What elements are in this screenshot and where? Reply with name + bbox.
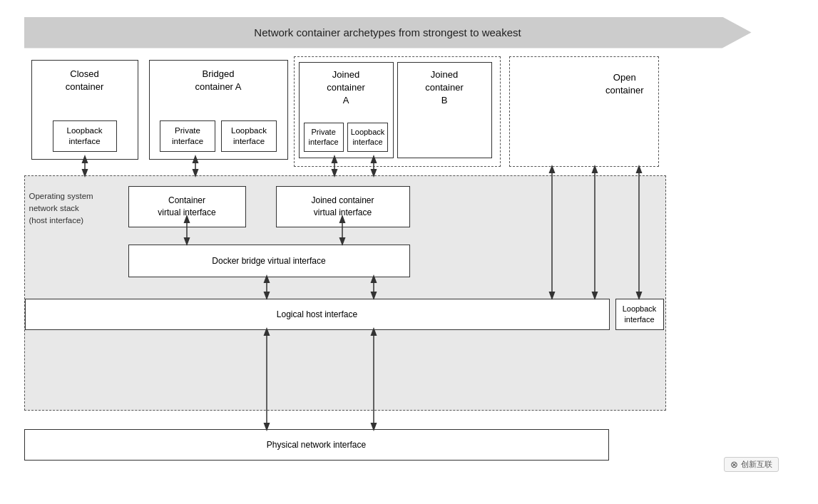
arrow-banner: Network container archetypes from strong…	[24, 17, 752, 48]
docker-bridge-iface: Docker bridge virtual interface	[128, 245, 410, 277]
logical-host-iface: Logical host interface	[25, 299, 610, 330]
bridged-private-iface: Privateinterface	[160, 120, 215, 152]
arrow-label: Network container archetypes from strong…	[254, 26, 521, 38]
open-container-title: Opencontainer	[605, 71, 643, 97]
joined-a-ifaces: Privateinterface Loopbackinterface	[304, 123, 389, 152]
closed-container-title: Closedcontainer	[66, 68, 103, 93]
open-container: Opencontainer	[509, 56, 659, 167]
joined-b-title: JoinedcontainerB	[425, 68, 463, 108]
bridged-ifaces: Privateinterface Loopbackinterface	[160, 120, 277, 152]
physical-iface: Physical network interface	[24, 429, 609, 461]
network-stack: Operating systemnetwork stack(host inter…	[24, 175, 666, 411]
bridged-container-title: Bridgedcontainer A	[195, 68, 241, 93]
closed-container: Closedcontainer Loopbackinterface	[31, 60, 138, 160]
host-loopback-iface: Loopbackinterface	[615, 299, 664, 330]
os-label: Operating systemnetwork stack(host inter…	[29, 190, 111, 227]
joined-a-title: JoinedcontainerA	[327, 68, 364, 108]
diagram: Network container archetypes from strong…	[24, 17, 780, 473]
watermark: ⊗ 创新互联	[724, 457, 779, 472]
diagram-wrapper: Network container archetypes from strong…	[17, 10, 802, 495]
bridged-loopback-iface: Loopbackinterface	[221, 120, 277, 152]
joined-a-private-iface: Privateinterface	[304, 123, 344, 152]
joined-container-a: JoinedcontainerA Privateinterface Loopba…	[299, 62, 394, 158]
container-virt-iface: Containervirtual interface	[128, 186, 246, 227]
bridged-container-a: Bridgedcontainer A Privateinterface Loop…	[149, 60, 288, 160]
joined-virt-iface: Joined containervirtual interface	[276, 186, 410, 227]
joined-container-b: JoinedcontainerB	[397, 62, 492, 158]
joined-a-loopback-iface: Loopbackinterface	[347, 123, 389, 152]
watermark-text: 创新互联	[741, 459, 772, 470]
closed-loopback-iface: Loopbackinterface	[53, 120, 117, 152]
